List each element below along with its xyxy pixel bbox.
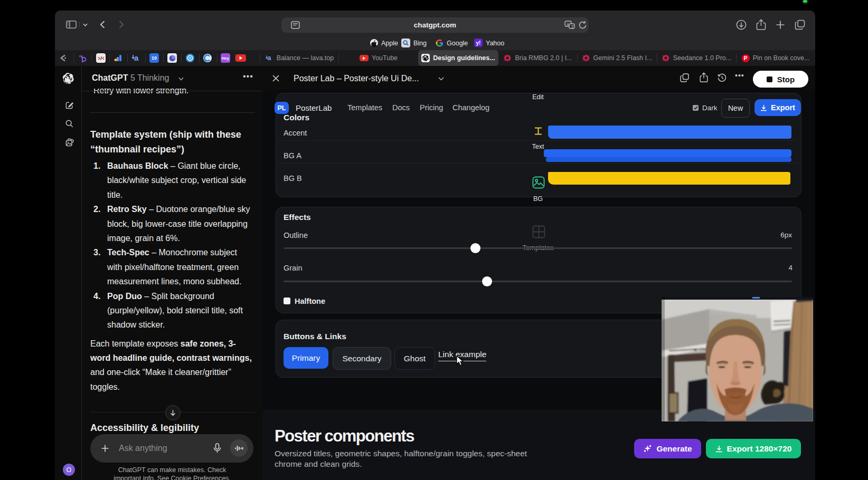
- svg-text:a: a: [267, 54, 271, 62]
- svg-text:文: 文: [571, 24, 575, 29]
- svg-text:a: a: [134, 53, 139, 62]
- svg-text:ce: ce: [79, 54, 83, 57]
